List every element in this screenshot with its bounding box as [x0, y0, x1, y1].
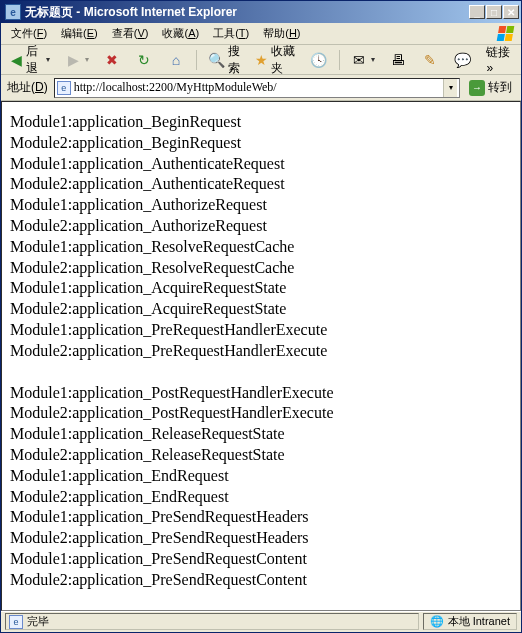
content-line: Module1:application_ReleaseRequestState — [10, 424, 512, 445]
forward-icon: ▶ — [64, 51, 82, 69]
search-icon: 🔍 — [208, 51, 225, 69]
ie-icon: e — [5, 4, 21, 20]
separator — [339, 50, 340, 70]
page-icon: e — [9, 615, 23, 629]
back-label: 后退 — [26, 43, 43, 77]
content-line: Module1:application_AuthorizeRequest — [10, 195, 512, 216]
menu-help[interactable]: 帮助(H) — [257, 24, 306, 43]
back-button[interactable]: ◀ 后退 ▾ — [5, 49, 55, 71]
content-line: Module2:application_ResolveRequestCache — [10, 258, 512, 279]
content-line: Module1:application_AcquireRequestState — [10, 278, 512, 299]
content-line: Module2:application_AcquireRequestState — [10, 299, 512, 320]
statusbar: e 完毕 🌐 本地 Intranet — [1, 611, 521, 631]
content-line: Module2:application_EndRequest — [10, 487, 512, 508]
titlebar-left: e 无标题页 - Microsoft Internet Explorer — [5, 4, 237, 21]
content-line: Module2:application_BeginRequest — [10, 133, 512, 154]
addressbar: 地址(D) e ▾ → 转到 — [1, 75, 521, 101]
edit-button[interactable]: ✎ — [416, 49, 444, 71]
address-box: e ▾ — [54, 78, 460, 98]
content-line: Module1:application_EndRequest — [10, 466, 512, 487]
content-gap — [10, 362, 512, 383]
content-line: Module2:application_PostRequestHandlerEx… — [10, 403, 512, 424]
content-line: Module2:application_PreSendRequestHeader… — [10, 528, 512, 549]
minimize-button[interactable]: _ — [469, 5, 485, 19]
page-icon: e — [57, 81, 71, 95]
close-button[interactable]: ✕ — [503, 5, 519, 19]
stop-button[interactable]: ✖ — [98, 49, 126, 71]
content-line: Module1:application_ResolveRequestCache — [10, 237, 512, 258]
globe-icon: 🌐 — [430, 615, 444, 629]
refresh-button[interactable]: ↻ — [130, 49, 158, 71]
go-label: 转到 — [488, 79, 512, 96]
favorites-label: 收藏夹 — [271, 43, 296, 77]
stop-icon: ✖ — [103, 51, 121, 69]
zone-label: 本地 Intranet — [448, 614, 510, 629]
home-button[interactable]: ⌂ — [162, 49, 190, 71]
address-label: 地址(D) — [5, 79, 50, 96]
print-button[interactable]: 🖶 — [384, 49, 412, 71]
address-dropdown[interactable]: ▾ — [443, 79, 457, 97]
search-label: 搜索 — [228, 43, 241, 77]
menubar: 文件(F) 编辑(E) 查看(V) 收藏(A) 工具(T) 帮助(H) — [1, 23, 521, 45]
content-line: Module1:application_AuthenticateRequest — [10, 154, 512, 175]
print-icon: 🖶 — [389, 51, 407, 69]
menu-favorites[interactable]: 收藏(A) — [156, 24, 205, 43]
content-line: Module2:application_AuthenticateRequest — [10, 174, 512, 195]
content-line: Module2:application_PreSendRequestConten… — [10, 570, 512, 591]
star-icon: ★ — [255, 51, 268, 69]
discuss-icon: 💬 — [453, 51, 471, 69]
address-input[interactable] — [74, 80, 440, 95]
status-zone: 🌐 本地 Intranet — [423, 613, 517, 630]
content-line: Module1:application_PreSendRequestHeader… — [10, 507, 512, 528]
menu-file[interactable]: 文件(F) — [5, 24, 53, 43]
history-button[interactable]: 🕓 — [305, 49, 333, 71]
favorites-button[interactable]: ★ 收藏夹 — [250, 49, 301, 71]
separator — [196, 50, 197, 70]
windows-logo-icon — [491, 25, 519, 43]
chevron-right-icon: » — [486, 61, 493, 75]
content-line: Module1:application_BeginRequest — [10, 112, 512, 133]
mail-icon: ✉ — [350, 51, 368, 69]
forward-button[interactable]: ▶ ▾ — [59, 49, 94, 71]
page-content: Module1:application_BeginRequestModule2:… — [1, 101, 521, 611]
content-line: Module1:application_PostRequestHandlerEx… — [10, 383, 512, 404]
content-line: Module2:application_ReleaseRequestState — [10, 445, 512, 466]
chevron-down-icon: ▾ — [371, 55, 375, 64]
content-line: Module1:application_PreSendRequestConten… — [10, 549, 512, 570]
go-button[interactable]: → 转到 — [464, 78, 517, 98]
content-line: Module2:application_AuthorizeRequest — [10, 216, 512, 237]
menu-tools[interactable]: 工具(T) — [207, 24, 255, 43]
status-text: 完毕 — [27, 614, 49, 629]
titlebar: e 无标题页 - Microsoft Internet Explorer _ □… — [1, 1, 521, 23]
window-title: 无标题页 - Microsoft Internet Explorer — [25, 4, 237, 21]
menu-edit[interactable]: 编辑(E) — [55, 24, 104, 43]
content-block-2: Module1:application_PostRequestHandlerEx… — [10, 383, 512, 591]
maximize-button[interactable]: □ — [486, 5, 502, 19]
links-button[interactable]: 链接 » — [480, 44, 517, 75]
edit-icon: ✎ — [421, 51, 439, 69]
content-block-1: Module1:application_BeginRequestModule2:… — [10, 112, 512, 362]
history-icon: 🕓 — [310, 51, 328, 69]
go-icon: → — [469, 80, 485, 96]
home-icon: ⌂ — [167, 51, 185, 69]
content-line: Module1:application_PreRequestHandlerExe… — [10, 320, 512, 341]
status-left: e 完毕 — [5, 613, 419, 630]
mail-button[interactable]: ✉▾ — [345, 49, 380, 71]
discuss-button[interactable]: 💬 — [448, 49, 476, 71]
window-buttons: _ □ ✕ — [469, 5, 519, 19]
back-icon: ◀ — [10, 51, 23, 69]
search-button[interactable]: 🔍 搜索 — [203, 49, 246, 71]
toolbar: ◀ 后退 ▾ ▶ ▾ ✖ ↻ ⌂ 🔍 搜索 ★ 收藏夹 🕓 ✉▾ 🖶 ✎ 💬 链… — [1, 45, 521, 75]
refresh-icon: ↻ — [135, 51, 153, 69]
menu-view[interactable]: 查看(V) — [106, 24, 155, 43]
chevron-down-icon: ▾ — [85, 55, 89, 64]
content-line: Module2:application_PreRequestHandlerExe… — [10, 341, 512, 362]
chevron-down-icon: ▾ — [46, 55, 50, 64]
